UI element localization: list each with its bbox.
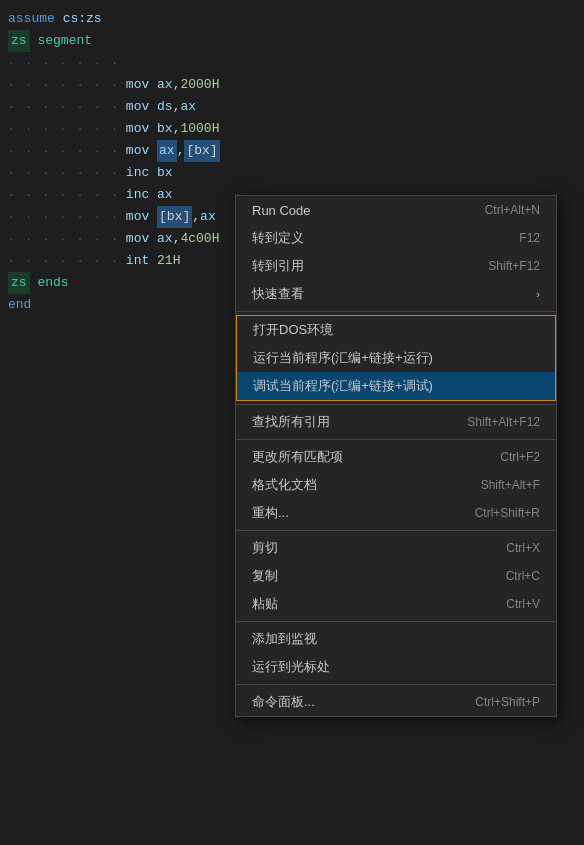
- dots: · · · · · · ·: [8, 52, 120, 74]
- highlighted-group: 打开DOS环境 运行当前程序(汇编+链接+运行) 调试当前程序(汇编+链接+调试…: [236, 315, 556, 401]
- menu-item-shortcut: Ctrl+F2: [500, 450, 540, 464]
- menu-item-shortcut: Ctrl+Shift+P: [475, 695, 540, 709]
- number: 4c00H: [180, 228, 219, 250]
- label: zs: [8, 272, 30, 294]
- keyword: mov: [126, 96, 149, 118]
- keyword: end: [8, 294, 31, 316]
- menu-item-open-dos[interactable]: 打开DOS环境: [237, 316, 555, 344]
- menu-item-debug-program[interactable]: 调试当前程序(汇编+链接+调试): [237, 372, 555, 400]
- register: ax: [157, 228, 173, 250]
- register: ds: [157, 96, 173, 118]
- menu-item-run-code[interactable]: Run Code Ctrl+Alt+N: [236, 196, 556, 224]
- code-line-5: · · · · · · · mov ds,ax: [0, 96, 584, 118]
- menu-item-shortcut: Ctrl+V: [506, 597, 540, 611]
- menu-item-cut[interactable]: 剪切 Ctrl+X: [236, 534, 556, 562]
- register: ax: [157, 74, 173, 96]
- menu-separator: [236, 621, 556, 622]
- menu-item-shortcut: Ctrl+C: [506, 569, 540, 583]
- code-line-3: · · · · · · ·: [0, 52, 584, 74]
- menu-item-label: 查找所有引用: [252, 413, 330, 431]
- register: bx: [157, 162, 173, 184]
- keyword: mov: [126, 118, 149, 140]
- menu-item-refactor[interactable]: 重构... Ctrl+Shift+R: [236, 499, 556, 527]
- menu-item-label: 命令面板...: [252, 693, 315, 711]
- menu-item-label: 剪切: [252, 539, 278, 557]
- chevron-right-icon: ›: [536, 288, 540, 300]
- menu-item-run-program[interactable]: 运行当前程序(汇编+链接+运行): [237, 344, 555, 372]
- menu-item-command-palette[interactable]: 命令面板... Ctrl+Shift+P: [236, 688, 556, 716]
- code-line-8: · · · · · · · inc bx: [0, 162, 584, 184]
- comma: ,: [173, 96, 181, 118]
- dots: · · · · · · ·: [8, 184, 120, 206]
- dots: · · · · · · ·: [8, 74, 120, 96]
- memory-highlight: [bx]: [184, 140, 219, 162]
- menu-item-goto-ref[interactable]: 转到引用 Shift+F12: [236, 252, 556, 280]
- keyword: mov: [126, 140, 149, 162]
- code-line-6: · · · · · · · mov bx,1000H: [0, 118, 584, 140]
- menu-item-label: 更改所有匹配项: [252, 448, 343, 466]
- menu-item-shortcut: Shift+F12: [488, 259, 540, 273]
- menu-item-label: 打开DOS环境: [253, 321, 333, 339]
- menu-item-shortcut: Ctrl+Shift+R: [475, 506, 540, 520]
- menu-item-label: 格式化文档: [252, 476, 317, 494]
- menu-separator: [236, 439, 556, 440]
- menu-item-format-doc[interactable]: 格式化文档 Shift+Alt+F: [236, 471, 556, 499]
- menu-separator: [236, 311, 556, 312]
- comma: ,: [173, 74, 181, 96]
- number: 2000H: [180, 74, 219, 96]
- keyword: mov: [126, 74, 149, 96]
- comma: ,: [173, 118, 181, 140]
- menu-item-shortcut: Ctrl+X: [506, 541, 540, 555]
- menu-item-find-all-refs[interactable]: 查找所有引用 Shift+Alt+F12: [236, 408, 556, 436]
- menu-item-label: 调试当前程序(汇编+链接+调试): [253, 377, 433, 395]
- menu-item-add-watch[interactable]: 添加到监视: [236, 625, 556, 653]
- comma: ,: [173, 228, 181, 250]
- menu-item-label: 重构...: [252, 504, 289, 522]
- menu-item-label: 转到定义: [252, 229, 304, 247]
- menu-separator: [236, 530, 556, 531]
- register: ax: [157, 184, 173, 206]
- menu-separator: [236, 404, 556, 405]
- dots: · · · · · · ·: [8, 162, 120, 184]
- register: bx: [157, 118, 173, 140]
- keyword: segment: [37, 30, 92, 52]
- code-line-1: assume cs:zs: [0, 8, 584, 30]
- menu-item-label: 快速查看: [252, 285, 304, 303]
- keyword: mov: [126, 228, 149, 250]
- dots: · · · · · · ·: [8, 96, 120, 118]
- menu-item-quick-view[interactable]: 快速查看 ›: [236, 280, 556, 308]
- label: zs: [8, 30, 30, 52]
- menu-item-label: 添加到监视: [252, 630, 317, 648]
- menu-item-run-to-cursor[interactable]: 运行到光标处: [236, 653, 556, 681]
- operand: cs:zs: [63, 8, 102, 30]
- menu-item-label: 运行当前程序(汇编+链接+运行): [253, 349, 433, 367]
- menu-item-label: 粘贴: [252, 595, 278, 613]
- menu-item-paste[interactable]: 粘贴 Ctrl+V: [236, 590, 556, 618]
- code-line-4: · · · · · · · mov ax,2000H: [0, 74, 584, 96]
- menu-item-shortcut: F12: [519, 231, 540, 245]
- dots: · · · · · · ·: [8, 250, 120, 272]
- context-menu: Run Code Ctrl+Alt+N 转到定义 F12 转到引用 Shift+…: [235, 195, 557, 717]
- menu-item-change-all[interactable]: 更改所有匹配项 Ctrl+F2: [236, 443, 556, 471]
- memory-highlight: [bx]: [157, 206, 192, 228]
- menu-item-label: 转到引用: [252, 257, 304, 275]
- dots: · · · · · · ·: [8, 228, 120, 250]
- dots: · · · · · · ·: [8, 206, 120, 228]
- menu-item-shortcut: Shift+Alt+F12: [467, 415, 540, 429]
- menu-item-label: Run Code: [252, 203, 311, 218]
- menu-item-copy[interactable]: 复制 Ctrl+C: [236, 562, 556, 590]
- register: ax: [180, 96, 196, 118]
- keyword: mov: [126, 206, 149, 228]
- number: 21H: [157, 250, 180, 272]
- number: 1000H: [180, 118, 219, 140]
- code-line-7: · · · · · · · mov ax,[bx]: [0, 140, 584, 162]
- keyword: inc: [126, 162, 149, 184]
- menu-item-shortcut: Shift+Alt+F: [481, 478, 540, 492]
- dots: · · · · · · ·: [8, 140, 120, 162]
- menu-item-shortcut: Ctrl+Alt+N: [485, 203, 540, 217]
- keyword: inc: [126, 184, 149, 206]
- menu-item-goto-def[interactable]: 转到定义 F12: [236, 224, 556, 252]
- code-line-2: zs segment: [0, 30, 584, 52]
- comma: ,: [192, 206, 200, 228]
- menu-item-label: 运行到光标处: [252, 658, 330, 676]
